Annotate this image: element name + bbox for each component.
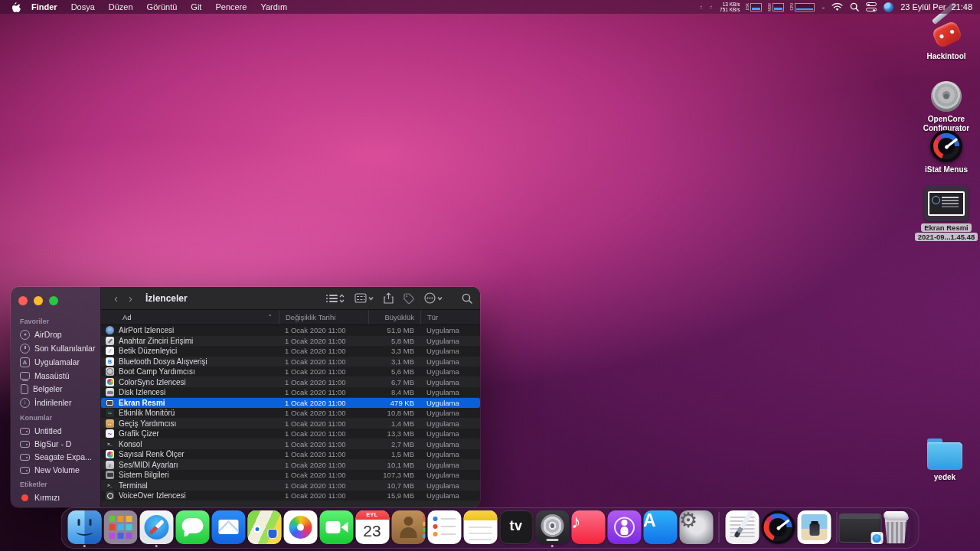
desktop-icon-screenshot-file[interactable]: Ekran Resmi 2021-09...1.45.48: [914, 186, 978, 241]
sidebar-item-new-volume[interactable]: New Volume: [15, 463, 96, 476]
dock-item-finder[interactable]: [67, 510, 102, 547]
tag-icon[interactable]: [403, 293, 414, 304]
menu-item-6[interactable]: Yardım: [253, 0, 294, 14]
sidebar-item-recents[interactable]: Son Kullanılanlar: [15, 341, 96, 355]
sidebar-item-documents[interactable]: Belgeler: [15, 382, 96, 396]
dock-item-calendar[interactable]: EYL23: [355, 510, 390, 547]
table-row[interactable]: Bluetooth Dosya Alışverişi1 Ocak 2020 11…: [101, 357, 480, 367]
dock-item-preview[interactable]: [797, 510, 831, 547]
status-dash[interactable]: -: [822, 2, 825, 11]
menu-item-1[interactable]: Dosya: [64, 0, 102, 14]
sidebar-item-desktop[interactable]: Masaüstü: [15, 369, 96, 382]
dock-item-facetime[interactable]: [319, 510, 354, 547]
dock-item-textedit[interactable]: [725, 510, 760, 547]
grapher-icon: [106, 429, 114, 438]
column-header-type[interactable]: Tür: [420, 310, 480, 324]
table-row[interactable]: Geçiş Yardımcısı1 Ocak 2020 11:001,4 MBU…: [101, 419, 480, 429]
dock-item-sysprefs[interactable]: ⚙: [679, 510, 714, 547]
dock-item-mail[interactable]: [211, 510, 246, 547]
istat-disk-widget[interactable]: DSK: [746, 3, 762, 11]
column-header-size[interactable]: Büyüklük: [368, 310, 420, 324]
menu-item-5[interactable]: Pencere: [208, 0, 253, 14]
dock-item-launchpad[interactable]: [103, 510, 138, 547]
sidebar-item-untitled[interactable]: Untitled: [15, 424, 96, 437]
sidebar-item-bigsur-d[interactable]: BigSur - D: [15, 437, 96, 450]
table-row[interactable]: Ses/MIDI Ayarları1 Ocak 2020 11:0010,1 M…: [101, 460, 480, 471]
table-row[interactable]: Disk İzlencesi1 Ocak 2020 11:008,4 MBUyg…: [101, 387, 480, 398]
dock-item-podcasts[interactable]: [607, 510, 642, 547]
menu-item-4[interactable]: Git: [184, 0, 208, 14]
dock-item-photos[interactable]: [283, 510, 318, 547]
table-row[interactable]: Konsol1 Ocak 2020 11:002,7 MBUygulama: [101, 439, 480, 450]
istat-network-widget[interactable]: 13 KB/s 751 KB/s: [720, 2, 740, 12]
table-row[interactable]: AirPort İzlencesi1 Ocak 2020 11:0051,9 M…: [101, 325, 480, 336]
istat-memory-widget[interactable]: MEM: [769, 3, 784, 11]
dock-item-appletv[interactable]: tv: [499, 510, 534, 547]
dock-item-minwindow[interactable]: [843, 510, 877, 547]
search-icon[interactable]: [462, 293, 472, 304]
view-mode-button[interactable]: [326, 294, 345, 303]
desktop-icon-istat-menus[interactable]: iStat Menus: [914, 130, 978, 174]
dock-item-contacts[interactable]: [391, 510, 426, 547]
table-row[interactable]: Anahtar Zinciri Erişimi1 Ocak 2020 11:00…: [101, 336, 480, 347]
dock-item-maps[interactable]: [247, 510, 282, 547]
dock-item-istatmenus[interactable]: [761, 510, 795, 547]
sidebar-item-seagate[interactable]: Seagate Expa...: [15, 450, 96, 463]
more-actions-button[interactable]: [424, 292, 443, 304]
drive-icon: [20, 441, 30, 448]
dock-item-safari[interactable]: [139, 510, 174, 547]
table-row[interactable]: Betik Düzenleyici1 Ocak 2020 11:003,3 MB…: [101, 346, 480, 357]
istat-globe-icon[interactable]: [884, 2, 893, 12]
dock-item-trash[interactable]: [879, 510, 913, 547]
istat-net-arrows-icon[interactable]: ↑↓: [710, 5, 713, 9]
close-button[interactable]: [18, 296, 28, 305]
dock-item-dvdplayer[interactable]: [535, 510, 570, 547]
wifi-icon[interactable]: [831, 3, 843, 11]
dock-item-music[interactable]: ♪: [571, 510, 606, 547]
sidebar-item-label: BigSur - D: [34, 439, 71, 448]
file-date: 1 Ocak 2020 11:00: [279, 409, 368, 417]
table-row[interactable]: Sayısal Renk Ölçer1 Ocak 2020 11:001,5 M…: [101, 449, 480, 460]
zoom-button[interactable]: [49, 296, 58, 305]
table-row[interactable]: Grafik Çizer1 Ocak 2020 11:0013,3 MBUygu…: [101, 429, 480, 439]
disk-label: DSK: [746, 3, 750, 10]
spotlight-search-icon[interactable]: [850, 2, 859, 11]
table-row[interactable]: Terminal1 Ocak 2020 11:0010,7 MBUygulama: [101, 481, 480, 491]
sidebar-item-downloads[interactable]: ↓İndirilenler: [15, 396, 96, 409]
file-size: 10,8 MB: [368, 409, 420, 417]
sidebar-item-applications[interactable]: AUygulamalar: [15, 355, 96, 369]
control-center-icon[interactable]: [866, 2, 877, 11]
istat-cpu-widget[interactable]: CPU: [791, 3, 815, 11]
sidebar-section-title: Favoriler: [15, 313, 96, 328]
running-indicator: [83, 545, 86, 548]
menu-item-2[interactable]: Düzen: [102, 0, 140, 14]
menu-bar-clock[interactable]: 23 Eylül Per 21:48: [900, 2, 972, 11]
desktop-icon-opencore-configurator[interactable]: OpenCore Configurator: [914, 81, 978, 132]
group-by-button[interactable]: [354, 293, 374, 303]
dock-item-messages[interactable]: [175, 510, 210, 547]
minimize-button[interactable]: [34, 296, 43, 305]
column-header-date[interactable]: Değişiklik Tarihi: [279, 310, 368, 324]
apple-menu[interactable]: [8, 2, 24, 12]
menu-item-3[interactable]: Görüntü: [140, 0, 185, 14]
table-row[interactable]: Sistem Bilgileri1 Ocak 2020 11:00107,3 M…: [101, 470, 480, 481]
dock-item-appstore[interactable]: A: [643, 510, 678, 547]
list-header: Ad ⌃ Değişiklik Tarihi Büyüklük Tür: [101, 310, 480, 325]
menu-item-0[interactable]: Finder: [24, 0, 64, 14]
table-row[interactable]: Etkinlik Monitörü1 Ocak 2020 11:0010,8 M…: [101, 408, 480, 419]
forward-button[interactable]: ›: [123, 289, 138, 308]
back-button[interactable]: ‹: [109, 289, 123, 308]
istat-sensor-label[interactable]: ↑↓: [700, 5, 703, 9]
share-icon[interactable]: [384, 292, 394, 304]
table-row[interactable]: ColorSync İzlencesi1 Ocak 2020 11:006,7 …: [101, 377, 480, 388]
column-header-name[interactable]: Ad ⌃: [101, 310, 279, 324]
sidebar-item-airdrop[interactable]: AirDrop: [15, 328, 96, 341]
sidebar-item-red-tag[interactable]: Kırmızı: [15, 491, 96, 504]
desktop-icon-hackintool[interactable]: Hackintool: [914, 18, 978, 61]
dock-item-notes[interactable]: [463, 510, 498, 547]
dock-item-reminders[interactable]: [427, 510, 462, 547]
table-row[interactable]: Ekran Resmi1 Ocak 2020 11:00479 KBUygula…: [101, 398, 480, 409]
table-row[interactable]: VoiceOver İzlencesi1 Ocak 2020 11:0015,9…: [101, 491, 480, 501]
desktop-icon-yedek-folder[interactable]: yedek: [913, 438, 977, 482]
table-row[interactable]: Boot Camp Yardımcısı1 Ocak 2020 11:005,6…: [101, 367, 480, 377]
